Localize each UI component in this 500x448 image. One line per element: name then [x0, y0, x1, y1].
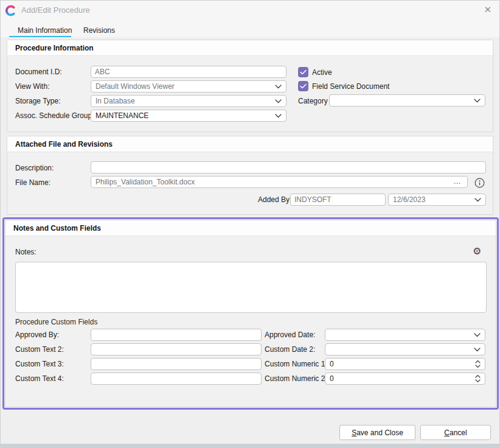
save-and-close-button[interactable]: Save and Close	[339, 425, 415, 440]
app-logo-icon	[5, 5, 16, 16]
field-service-document-label: Field Service Document	[312, 82, 389, 91]
category-dropdown[interactable]	[329, 94, 485, 107]
description-label: Description:	[15, 164, 54, 172]
custom-date-2-label: Custom Date 2:	[265, 345, 315, 354]
cancel-button[interactable]: Cancel	[420, 425, 491, 440]
gear-icon[interactable]: ⚙	[473, 245, 481, 257]
assoc-schedule-group-label: Assoc. Schedule Group:	[15, 111, 94, 120]
browse-file-button[interactable]: …	[450, 177, 465, 187]
custom-numeric-2-label: Custom Numeric 2:	[265, 374, 327, 383]
chevron-down-icon	[474, 198, 481, 202]
approved-by-input[interactable]	[91, 329, 262, 341]
chevron-down-icon	[474, 333, 481, 337]
active-checkbox[interactable]	[298, 67, 308, 77]
chevron-down-icon	[275, 85, 282, 89]
attached-file-header: Attached File and Revisions	[7, 136, 493, 152]
document-id-input[interactable]	[91, 66, 286, 78]
title-bar: Add/Edit Procedure ✕	[1, 1, 499, 20]
storage-type-label: Storage Type:	[15, 97, 61, 105]
info-icon[interactable]	[474, 178, 485, 188]
approved-date-label: Approved Date:	[265, 331, 315, 339]
category-label: Category	[298, 97, 328, 105]
description-input[interactable]	[91, 161, 486, 173]
chevron-down-icon	[474, 348, 481, 352]
view-with-dropdown[interactable]: Default Windows Viewer	[91, 80, 286, 93]
approved-date-dropdown[interactable]	[325, 329, 485, 341]
check-icon	[300, 83, 307, 89]
custom-text-3-label: Custom Text 3:	[15, 360, 64, 368]
tab-revisions[interactable]: Revisions	[83, 26, 115, 35]
chevron-down-icon	[474, 99, 481, 103]
chevron-down-icon	[275, 99, 282, 103]
custom-text-4-input[interactable]	[91, 373, 262, 385]
notes-textarea[interactable]	[15, 262, 487, 313]
tab-main-information[interactable]: Main Information	[18, 26, 72, 35]
custom-date-2-dropdown[interactable]	[325, 343, 485, 355]
window-bottom-edge	[1, 444, 499, 447]
notes-custom-fields-header: Notes and Custom Fields	[5, 220, 496, 236]
chevron-down-icon	[275, 114, 282, 118]
close-icon[interactable]: ✕	[484, 4, 491, 15]
custom-numeric-1-spinner[interactable]: 0	[325, 358, 485, 370]
custom-text-2-input[interactable]	[91, 343, 262, 355]
added-by-user-input[interactable]	[290, 194, 386, 206]
procedure-information-header: Procedure Information	[7, 40, 493, 56]
add-edit-procedure-dialog: Add/Edit Procedure ✕ Main Information Re…	[0, 0, 500, 448]
custom-text-3-input[interactable]	[91, 358, 262, 370]
custom-text-4-label: Custom Text 4:	[15, 374, 64, 383]
check-icon	[300, 69, 307, 75]
custom-numeric-2-spinner[interactable]: 0	[325, 373, 485, 385]
assoc-schedule-group-dropdown[interactable]: MAINTENANCE	[91, 110, 286, 122]
window-title: Add/Edit Procedure	[21, 5, 90, 15]
added-date-dropdown[interactable]: 12/6/2023	[388, 194, 486, 206]
notes-label: Notes:	[15, 248, 36, 256]
active-checkbox-label: Active	[312, 68, 332, 77]
spinner-up-down-icon	[475, 374, 481, 383]
document-id-label: Document I.D:	[15, 68, 62, 76]
file-name-label: File Name:	[15, 178, 50, 187]
added-by-label: Added By:	[258, 195, 291, 204]
custom-text-2-label: Custom Text 2:	[15, 345, 64, 354]
procedure-custom-fields-label: Procedure Custom Fields	[15, 318, 97, 326]
file-name-field[interactable]: Philips_Validation_Toolkit.docx	[91, 176, 468, 188]
view-with-label: View With:	[15, 82, 49, 91]
field-service-document-checkbox[interactable]	[298, 81, 308, 91]
spinner-up-down-icon	[475, 360, 481, 368]
approved-by-label: Approved By:	[15, 331, 59, 339]
storage-type-dropdown[interactable]: In Database	[91, 95, 286, 107]
custom-numeric-1-label: Custom Numeric 1:	[265, 360, 327, 368]
